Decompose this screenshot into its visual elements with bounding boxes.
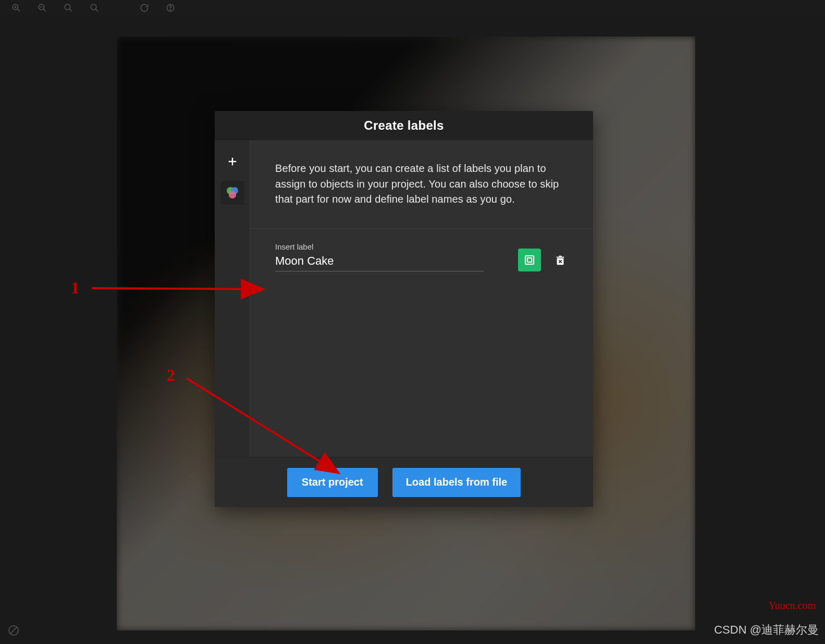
shuffle-icon bbox=[523, 254, 536, 266]
delete-label-button[interactable] bbox=[552, 253, 568, 268]
help-icon[interactable] bbox=[165, 2, 176, 14]
svg-line-8 bbox=[70, 9, 72, 11]
svg-point-17 bbox=[229, 191, 236, 199]
svg-line-1 bbox=[18, 9, 20, 11]
svg-rect-20 bbox=[559, 256, 562, 257]
top-toolbar bbox=[0, 0, 825, 16]
svg-point-9 bbox=[91, 4, 96, 10]
label-field: Insert label bbox=[275, 242, 484, 271]
svg-line-25 bbox=[10, 627, 17, 634]
refresh-icon[interactable] bbox=[139, 2, 150, 14]
svg-rect-21 bbox=[557, 256, 564, 257]
annotation-number-2: 2 bbox=[167, 366, 175, 385]
shuffle-color-button[interactable] bbox=[518, 249, 541, 271]
annotation-number-1: 1 bbox=[71, 278, 79, 298]
intro-text: Before you start, you can create a list … bbox=[275, 161, 568, 207]
zoom-out-icon[interactable] bbox=[36, 2, 48, 14]
svg-line-5 bbox=[44, 9, 46, 11]
add-label-button[interactable] bbox=[220, 150, 244, 174]
plus-icon bbox=[227, 156, 238, 167]
svg-rect-18 bbox=[525, 256, 534, 264]
svg-line-10 bbox=[96, 9, 98, 11]
zoom-in-icon[interactable] bbox=[10, 2, 22, 14]
watermark-site: Yuucn.com bbox=[768, 600, 816, 612]
color-wheel-button[interactable] bbox=[220, 181, 244, 205]
annotation-arrow-1 bbox=[92, 280, 274, 301]
svg-point-7 bbox=[65, 4, 70, 10]
svg-line-22 bbox=[92, 288, 264, 289]
label-name-input[interactable] bbox=[275, 253, 484, 271]
divider bbox=[250, 228, 593, 229]
svg-point-12 bbox=[170, 9, 170, 10]
color-wheel-icon bbox=[225, 185, 240, 201]
trash-icon bbox=[555, 254, 566, 267]
zoom-reset-icon[interactable] bbox=[89, 2, 100, 14]
forbidden-icon bbox=[7, 624, 20, 637]
annotation-arrow-2 bbox=[187, 374, 353, 489]
load-labels-button[interactable]: Load labels from file bbox=[392, 468, 521, 497]
label-row: Insert label bbox=[275, 242, 568, 271]
modal-title: Create labels bbox=[215, 111, 593, 140]
watermark-csdn: CSDN @迪菲赫尔曼 bbox=[714, 622, 819, 638]
zoom-fit-icon[interactable] bbox=[63, 2, 74, 14]
field-label: Insert label bbox=[275, 242, 484, 251]
svg-line-23 bbox=[187, 378, 339, 473]
